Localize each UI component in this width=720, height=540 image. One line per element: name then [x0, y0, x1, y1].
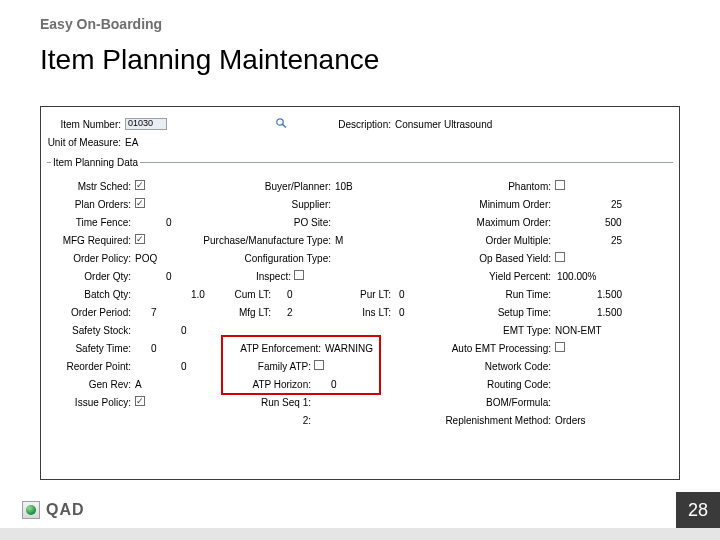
footer: QAD 28: [0, 492, 720, 528]
order-mult-value: 25: [611, 235, 622, 246]
mfg-lt-value: 2: [287, 307, 293, 318]
order-policy-value: POQ: [135, 253, 157, 264]
batch-qty-label: Batch Qty:: [61, 289, 131, 300]
config-type-label: Configuration Type:: [221, 253, 331, 264]
setup-time-label: Setup Time:: [471, 307, 551, 318]
op-based-yield-check[interactable]: [555, 252, 565, 262]
batch-qty-value: 1.0: [191, 289, 205, 300]
yield-pct-value: 100.00%: [557, 271, 596, 282]
atp-highlight: [221, 335, 381, 395]
routing-code-label: Routing Code:: [471, 379, 551, 390]
eyebrow: Easy On-Boarding: [40, 16, 162, 32]
phantom-label: Phantom:: [471, 181, 551, 192]
brand-text: QAD: [46, 501, 85, 519]
reorder-point-label: Reorder Point:: [55, 361, 131, 372]
group-legend: Item Planning Data: [51, 157, 140, 168]
cum-lt-value: 0: [287, 289, 293, 300]
max-order-label: Maximum Order:: [471, 217, 551, 228]
svg-point-0: [277, 119, 283, 125]
run-seq1-label: Run Seq 1:: [241, 397, 311, 408]
bom-formula-label: BOM/Formula:: [471, 397, 551, 408]
po-site-label: PO Site:: [241, 217, 331, 228]
pur-lt-label: Pur LT:: [341, 289, 391, 300]
buyer-planner-value: 10B: [335, 181, 353, 192]
brand-logo: QAD: [22, 501, 85, 519]
uom-value: EA: [125, 137, 138, 148]
run-time-label: Run Time:: [471, 289, 551, 300]
min-order-label: Minimum Order:: [471, 199, 551, 210]
description-label: Description:: [331, 119, 391, 130]
run-time-value: 1.500: [597, 289, 622, 300]
gen-rev-label: Gen Rev:: [61, 379, 131, 390]
uom-label: Unit of Measure:: [41, 137, 121, 148]
svg-line-1: [282, 124, 286, 127]
replenish-value: Orders: [555, 415, 586, 426]
order-qty-label: Order Qty:: [61, 271, 131, 282]
plan-orders-label: Plan Orders:: [61, 199, 131, 210]
time-fence-label: Time Fence:: [61, 217, 131, 228]
issue-policy-check[interactable]: [135, 396, 145, 406]
item-number-label: Item Number:: [51, 119, 121, 130]
safety-time-value: 0: [151, 343, 157, 354]
emt-type-label: EMT Type:: [471, 325, 551, 336]
order-mult-label: Order Multiple:: [471, 235, 551, 246]
item-number-input[interactable]: 01030: [125, 118, 167, 130]
pm-type-label: Purchase/Manufacture Type:: [191, 235, 331, 246]
auto-emt-label: Auto EMT Processing:: [431, 343, 551, 354]
pm-type-value: M: [335, 235, 343, 246]
safety-stock-label: Safety Stock:: [61, 325, 131, 336]
mstr-sched-check[interactable]: [135, 180, 145, 190]
mfg-required-label: MFG Required:: [51, 235, 131, 246]
order-policy-label: Order Policy:: [61, 253, 131, 264]
buyer-planner-label: Buyer/Planner:: [241, 181, 331, 192]
phantom-check[interactable]: [555, 180, 565, 190]
run-seq2-label: 2:: [295, 415, 311, 426]
safety-time-label: Safety Time:: [61, 343, 131, 354]
network-code-label: Network Code:: [471, 361, 551, 372]
ins-lt-value: 0: [399, 307, 405, 318]
pur-lt-value: 0: [399, 289, 405, 300]
page-title: Item Planning Maintenance: [40, 44, 379, 76]
min-order-value: 25: [611, 199, 622, 210]
time-fence-value: 0: [166, 217, 172, 228]
mstr-sched-label: Mstr Sched:: [61, 181, 131, 192]
inspect-check[interactable]: [294, 270, 304, 280]
inspect-label: Inspect:: [241, 271, 291, 282]
page-number: 28: [676, 492, 720, 528]
order-period-value: 7: [151, 307, 157, 318]
max-order-value: 500: [605, 217, 622, 228]
search-icon[interactable]: [275, 117, 289, 129]
supplier-label: Supplier:: [241, 199, 331, 210]
issue-policy-label: Issue Policy:: [61, 397, 131, 408]
ins-lt-label: Ins LT:: [341, 307, 391, 318]
logo-mark-icon: [22, 501, 40, 519]
footer-bar: [0, 528, 720, 540]
reorder-point-value: 0: [181, 361, 187, 372]
form-panel: Item Number: 01030 Description: Consumer…: [40, 106, 680, 480]
plan-orders-check[interactable]: [135, 198, 145, 208]
emt-type-value: NON-EMT: [555, 325, 602, 336]
cum-lt-label: Cum LT:: [221, 289, 271, 300]
safety-stock-value: 0: [181, 325, 187, 336]
replenish-label: Replenishment Method:: [421, 415, 551, 426]
setup-time-value: 1.500: [597, 307, 622, 318]
mfg-required-check[interactable]: [135, 234, 145, 244]
gen-rev-value: A: [135, 379, 142, 390]
mfg-lt-label: Mfg LT:: [221, 307, 271, 318]
order-period-label: Order Period:: [61, 307, 131, 318]
description-value: Consumer Ultrasound: [395, 119, 492, 130]
auto-emt-check[interactable]: [555, 342, 565, 352]
yield-pct-label: Yield Percent:: [471, 271, 551, 282]
order-qty-value: 0: [166, 271, 172, 282]
op-based-yield-label: Op Based Yield:: [461, 253, 551, 264]
